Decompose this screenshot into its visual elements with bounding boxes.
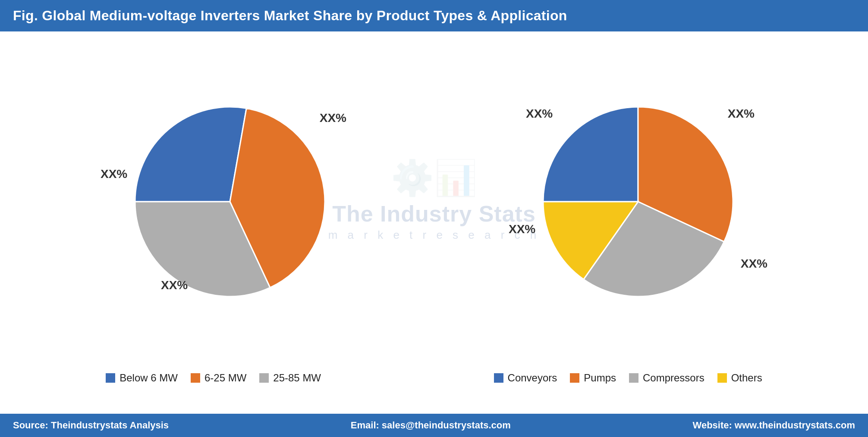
legend-item: Compressors <box>629 372 704 384</box>
right-label-left: XX% <box>509 222 535 236</box>
watermark-title: The Industry Stats <box>328 201 540 227</box>
watermark-icon: ⚙️📊 <box>328 158 540 198</box>
watermark-subtitle: m a r k e t r e s e a r c h <box>328 228 540 242</box>
left-label-left: XX% <box>101 167 127 181</box>
left-label-top-right: XX% <box>320 111 346 125</box>
footer-email: Email: sales@theindustrystats.com <box>351 420 511 431</box>
footer-website: Website: www.theindustrystats.com <box>693 420 855 431</box>
legend-color <box>259 373 269 383</box>
watermark: ⚙️📊 The Industry Stats m a r k e t r e s… <box>328 158 540 242</box>
legend-item: Others <box>717 372 762 384</box>
left-label-bottom: XX% <box>161 278 188 292</box>
legend-label: 25-85 MW <box>273 372 321 384</box>
legends-container: Below 6 MW6-25 MW25-85 MW ConveyorsPumps… <box>0 368 868 388</box>
right-label-top-right: XX% <box>728 107 755 121</box>
legend-color <box>570 373 579 383</box>
legend-item: Conveyors <box>494 372 557 384</box>
legend-color <box>717 373 727 383</box>
legend-color <box>494 373 503 383</box>
legend-item: 25-85 MW <box>259 372 321 384</box>
legend-label: Below 6 MW <box>120 372 178 384</box>
left-pie-chart <box>126 98 333 305</box>
right-label-top-left: XX% <box>526 107 553 121</box>
left-chart-container: XX% XX% XX% <box>126 98 333 305</box>
legend-color <box>191 373 200 383</box>
right-chart-container: XX% XX% XX% XX% <box>535 98 742 305</box>
right-pie-chart <box>535 98 742 305</box>
legend-label: Pumps <box>584 372 616 384</box>
legend-label: Compressors <box>643 372 704 384</box>
left-legend: Below 6 MW6-25 MW25-85 MW <box>106 372 321 384</box>
legend-item: Below 6 MW <box>106 372 178 384</box>
legend-label: Conveyors <box>508 372 557 384</box>
right-pie-wrapper: XX% XX% XX% XX% <box>535 98 742 305</box>
footer-source: Source: Theindustrystats Analysis <box>13 420 169 431</box>
legend-label: 6-25 MW <box>204 372 246 384</box>
footer: Source: Theindustrystats Analysis Email:… <box>0 414 868 437</box>
legend-label: Others <box>731 372 762 384</box>
legend-item: Pumps <box>570 372 616 384</box>
header: Fig. Global Medium-voltage Inverters Mar… <box>0 0 868 31</box>
legend-color <box>106 373 115 383</box>
legend-item: 6-25 MW <box>191 372 246 384</box>
right-label-bottom-right: XX% <box>741 257 767 271</box>
left-pie-wrapper: XX% XX% XX% <box>126 98 333 305</box>
legend-color <box>629 373 638 383</box>
header-title: Fig. Global Medium-voltage Inverters Mar… <box>13 8 567 23</box>
main-content: ⚙️📊 The Industry Stats m a r k e t r e s… <box>0 31 868 368</box>
right-legend: ConveyorsPumpsCompressorsOthers <box>494 372 762 384</box>
